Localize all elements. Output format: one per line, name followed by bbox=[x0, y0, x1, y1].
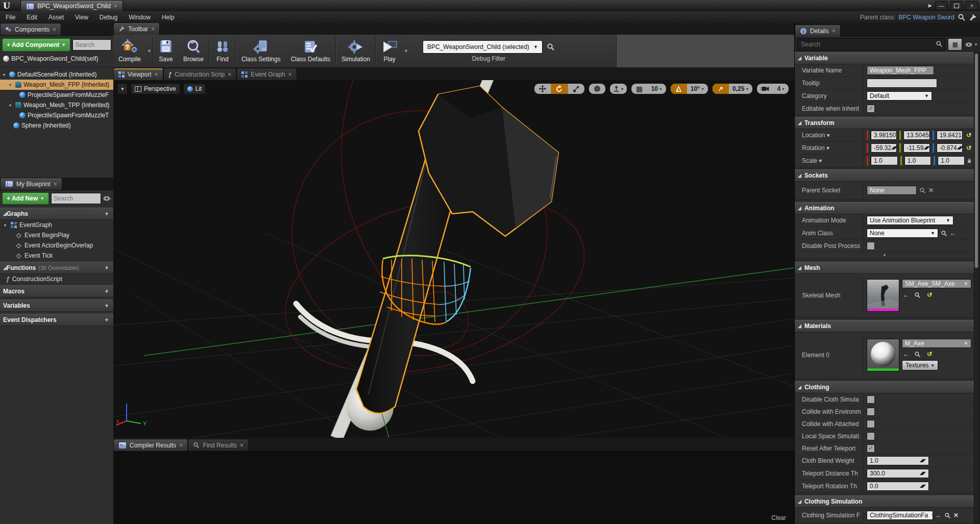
section-variable[interactable]: ◢ Variable bbox=[795, 52, 974, 64]
tree-item-projectile-spawn-tpp[interactable]: ProjectileSpawnFromMuzzleT bbox=[0, 110, 113, 120]
property-matrix-button[interactable]: ▦ bbox=[948, 38, 962, 51]
drag-handle-icon[interactable]: ◢◤ bbox=[920, 482, 926, 490]
expand-arrow-icon[interactable]: ▾ bbox=[3, 72, 7, 77]
close-icon[interactable]: × bbox=[114, 3, 117, 9]
variables-header[interactable]: Variables + bbox=[0, 300, 113, 312]
rotation-snap-value[interactable]: 10°▼ bbox=[687, 84, 708, 94]
use-selected-icon[interactable]: ← bbox=[936, 512, 942, 519]
grid-snap-value[interactable]: 10▼ bbox=[648, 84, 666, 94]
location-label[interactable]: Location ▾ bbox=[795, 132, 863, 139]
collide-attached-checkbox[interactable] bbox=[867, 420, 875, 428]
scale-y-field[interactable]: 1.0 bbox=[904, 156, 932, 165]
tree-item-defaultsceneroot[interactable]: ▾ DefaultSceneRoot (Inherited) bbox=[0, 69, 113, 80]
rotation-y-field[interactable]: -11.59◢◤ bbox=[903, 143, 929, 153]
event-tick-item[interactable]: ◇ Event Tick bbox=[0, 251, 113, 261]
add-function-button[interactable]: + bbox=[103, 264, 110, 271]
eventgraph-item[interactable]: ▾ EventGraph bbox=[0, 220, 113, 230]
rotation-label[interactable]: Rotation ▾ bbox=[795, 144, 863, 152]
section-sockets[interactable]: ◢ Sockets bbox=[795, 169, 974, 182]
expand-arrow-icon[interactable]: ▾ bbox=[9, 83, 13, 87]
scale-snap-value[interactable]: 0,25▼ bbox=[729, 84, 752, 94]
use-selected-icon[interactable]: ← bbox=[950, 230, 956, 237]
add-component-button[interactable]: + Add Component ▼ bbox=[2, 38, 70, 52]
material-thumbnail[interactable] bbox=[867, 339, 899, 371]
drag-handle-icon[interactable]: ◢◤ bbox=[957, 144, 963, 152]
close-icon[interactable]: × bbox=[53, 27, 56, 33]
scale-z-field[interactable]: 1.0 bbox=[938, 156, 965, 165]
clothing-sim-factory-dropdown[interactable]: ClothingSimulationFa▼ bbox=[867, 511, 933, 520]
search-icon[interactable] bbox=[958, 13, 966, 21]
disable-cloth-checkbox[interactable] bbox=[867, 395, 875, 404]
drag-handle-icon[interactable]: ◢◤ bbox=[920, 469, 926, 478]
menu-file[interactable]: File bbox=[0, 11, 21, 23]
components-search-input[interactable] bbox=[72, 39, 111, 51]
location-y-field[interactable]: 13.504557 bbox=[903, 131, 929, 140]
anim-class-search-icon[interactable] bbox=[941, 230, 947, 237]
menu-edit[interactable]: Edit bbox=[21, 11, 43, 23]
details-scrollbar[interactable] bbox=[974, 52, 980, 524]
tab-components[interactable]: Components × bbox=[0, 23, 61, 35]
lock-icon[interactable] bbox=[967, 157, 971, 164]
rotation-x-field[interactable]: -59.32◢◤ bbox=[871, 143, 897, 153]
use-selected-icon[interactable]: ← bbox=[903, 291, 909, 298]
reset-after-teleport-checkbox[interactable]: ✓ bbox=[867, 444, 875, 453]
expand-arrow-icon[interactable]: ▾ bbox=[4, 223, 8, 228]
socket-search-icon[interactable] bbox=[919, 187, 926, 194]
close-icon[interactable]: × bbox=[54, 181, 57, 187]
menu-view[interactable]: View bbox=[69, 11, 94, 23]
tree-item-weapon-mesh-fpp[interactable]: ▾ Weapon_Mesh_FPP (Inherited) bbox=[0, 80, 113, 90]
reset-location-button[interactable]: ↺ bbox=[966, 132, 971, 139]
location-x-field[interactable]: 3.981508 bbox=[871, 131, 897, 140]
drag-handle-icon[interactable]: ◢◤ bbox=[920, 457, 926, 465]
add-dispatcher-button[interactable]: + bbox=[103, 316, 110, 323]
drag-handle-icon[interactable]: ◢◤ bbox=[891, 144, 897, 152]
section-materials[interactable]: ◢ Materials bbox=[795, 320, 974, 332]
close-icon[interactable]: × bbox=[179, 442, 183, 448]
close-icon[interactable]: × bbox=[288, 71, 292, 78]
lit-mode-button[interactable]: Lit bbox=[183, 83, 206, 94]
skeletal-mesh-thumbnail[interactable] bbox=[867, 279, 899, 312]
reset-mesh-button[interactable]: ↺ bbox=[927, 291, 932, 298]
add-variable-button[interactable]: + bbox=[103, 302, 110, 309]
move-tool-button[interactable] bbox=[534, 84, 551, 94]
event-dispatchers-header[interactable]: Event Dispatchers + bbox=[0, 314, 113, 326]
tab-toolbar[interactable]: Toolbar × bbox=[113, 22, 160, 35]
close-icon[interactable]: × bbox=[154, 71, 158, 78]
close-window-button[interactable]: × bbox=[966, 1, 978, 10]
maximize-button[interactable] bbox=[950, 1, 963, 10]
reset-rotation-button[interactable]: ↺ bbox=[966, 144, 971, 152]
class-settings-button[interactable]: Class Settings bbox=[236, 35, 286, 67]
tab-viewport[interactable]: Viewport × bbox=[113, 68, 163, 80]
local-space-checkbox[interactable] bbox=[867, 432, 875, 440]
menu-debug[interactable]: Debug bbox=[94, 11, 123, 23]
close-icon[interactable]: × bbox=[240, 442, 243, 448]
compile-options-caret[interactable]: ▼ bbox=[146, 48, 153, 54]
browse-to-asset-icon[interactable] bbox=[914, 351, 921, 358]
skeletal-mesh-dropdown[interactable]: SM_Axe_SM_Axe▼ bbox=[902, 279, 971, 288]
debug-search-icon[interactable] bbox=[547, 43, 555, 51]
save-button[interactable]: Save bbox=[154, 35, 178, 67]
my-blueprint-search-input[interactable] bbox=[51, 193, 101, 204]
perspective-button[interactable]: Perspective bbox=[131, 83, 180, 94]
menu-window[interactable]: Window bbox=[123, 11, 156, 23]
scale-x-field[interactable]: 1.0 bbox=[871, 156, 898, 165]
details-search-input[interactable] bbox=[797, 38, 945, 51]
rotation-z-field[interactable]: -0.874◢◤ bbox=[937, 143, 963, 153]
world-local-toggle-button[interactable] bbox=[589, 84, 605, 94]
find-button[interactable]: Find bbox=[210, 35, 235, 67]
disable-post-process-checkbox[interactable] bbox=[867, 242, 875, 250]
eye-icon[interactable] bbox=[103, 195, 111, 202]
location-z-field[interactable]: 19.842182 bbox=[937, 131, 963, 140]
textures-button[interactable]: Textures▼ bbox=[902, 360, 938, 370]
rotation-snap-toggle-button[interactable] bbox=[671, 84, 687, 94]
variable-name-field[interactable]: Weapon_Mesh_FPP bbox=[867, 66, 934, 75]
scrollbar-thumb[interactable] bbox=[975, 54, 978, 268]
editable-checkbox[interactable]: ✓ bbox=[867, 105, 875, 113]
menu-help[interactable]: Help bbox=[156, 11, 180, 23]
debug-object-dropdown[interactable]: BPC_WeaponSword_Child (selected) ▼ bbox=[423, 40, 543, 54]
camera-speed-value[interactable]: 4▼ bbox=[773, 84, 789, 94]
browse-to-asset-icon[interactable] bbox=[914, 292, 921, 298]
browse-button[interactable]: Browse bbox=[178, 35, 209, 67]
tab-find-results[interactable]: Find Results × bbox=[188, 439, 249, 451]
add-macro-button[interactable]: + bbox=[103, 288, 110, 295]
